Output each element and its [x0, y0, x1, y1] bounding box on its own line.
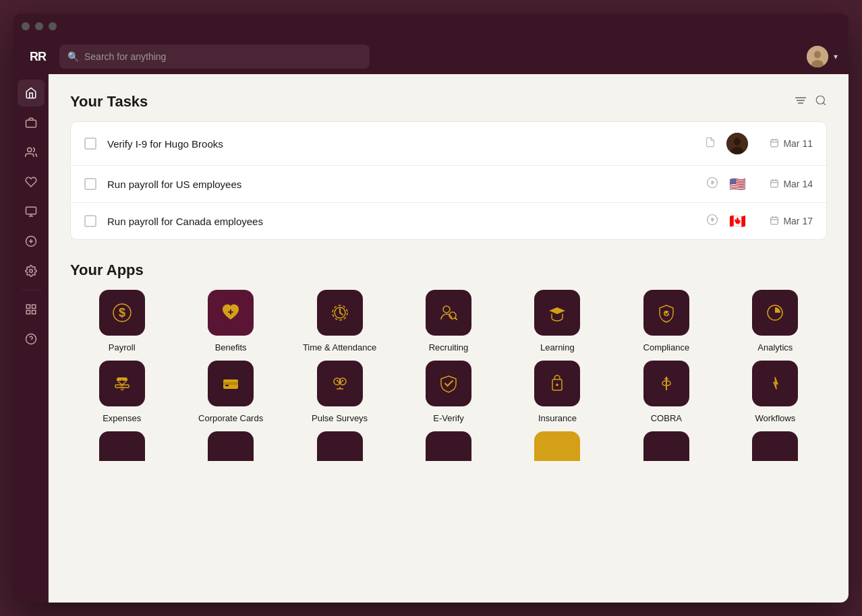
app-partial-3[interactable] [288, 431, 391, 461]
sidebar-item-help[interactable] [18, 326, 45, 352]
sidebar-item-settings[interactable] [18, 257, 45, 284]
sidebar-item-payroll[interactable] [18, 228, 45, 255]
e-verify-label: E-Verify [433, 413, 464, 423]
app-pulse-surveys[interactable]: Pulse Surveys [288, 361, 391, 423]
analytics-icon-wrap [752, 290, 798, 336]
svg-point-60 [336, 380, 337, 381]
compliance-icon-wrap [643, 290, 689, 336]
sidebar-item-jobs[interactable] [18, 109, 45, 136]
sidebar [13, 74, 49, 603]
task-avatar-1 [726, 133, 748, 154]
app-insurance[interactable]: Insurance [506, 361, 609, 423]
app-e-verify[interactable]: E-Verify [397, 361, 500, 423]
task-date-2: Mar 14 [759, 179, 813, 190]
sidebar-item-people[interactable] [18, 139, 45, 166]
task-date-label-3: Mar 17 [783, 216, 813, 226]
app-window: RR 🔍 ▾ [13, 13, 849, 603]
apps-section-header: Your Apps [70, 261, 827, 279]
app-partial-1[interactable] [70, 431, 173, 461]
sidebar-item-widgets[interactable] [18, 296, 45, 323]
cobra-label: COBRA [651, 413, 682, 423]
payroll-icon-wrap: $ [99, 290, 145, 336]
svg-rect-14 [26, 311, 30, 314]
dollar-icon [706, 177, 718, 191]
app-cobra[interactable]: COBRA [614, 361, 718, 423]
benefits-label: Benefits [215, 342, 247, 352]
titlebar [13, 13, 849, 39]
learning-icon-wrap [534, 290, 580, 336]
avatar[interactable] [807, 46, 828, 67]
table-row: Run payroll for Canada employees 🇨🇦 Mar … [71, 203, 826, 239]
partial-icon-5 [534, 431, 580, 461]
time-label: Time & Attendance [303, 342, 376, 352]
canada-flag: 🇨🇦 [729, 214, 748, 228]
app-partial-2[interactable] [179, 431, 282, 461]
app-partial-7[interactable] [724, 431, 827, 461]
sidebar-divider [22, 290, 40, 290]
app-expenses[interactable]: $ Expenses [70, 361, 173, 423]
app-partial-5[interactable] [506, 431, 609, 461]
expenses-icon-wrap: $ [99, 361, 145, 406]
svg-point-63 [340, 381, 341, 383]
app-time-attendance[interactable]: Time & Attendance [288, 290, 391, 352]
app-analytics[interactable]: Analytics [724, 290, 827, 352]
app-corporate-cards[interactable]: Corporate Cards [179, 361, 282, 423]
analytics-label: Analytics [757, 342, 793, 352]
svg-rect-5 [26, 207, 36, 214]
workflows-icon-wrap [752, 361, 798, 406]
svg-rect-56 [223, 382, 238, 385]
task-checkbox-1[interactable] [84, 137, 96, 150]
app-workflows[interactable]: Workflows [724, 361, 827, 423]
partial-icon-1 [99, 431, 145, 461]
svg-point-11 [29, 270, 32, 273]
svg-point-48 [443, 306, 450, 313]
topbar-right: ▾ [807, 46, 838, 67]
insurance-icon-wrap [534, 361, 580, 406]
tasks-section-header: Your Tasks [70, 93, 827, 111]
task-checkbox-3[interactable] [84, 215, 96, 227]
sidebar-item-benefits[interactable] [18, 168, 45, 195]
app-partial-6[interactable] [614, 431, 718, 461]
max-dot [49, 22, 57, 30]
svg-point-62 [341, 380, 343, 381]
task-label-2: Run payroll for US employees [107, 179, 695, 190]
partial-icon-3 [317, 431, 363, 461]
avatar-dropdown-icon[interactable]: ▾ [834, 52, 838, 61]
partial-icon-2 [208, 431, 254, 461]
pulse-surveys-label: Pulse Surveys [312, 413, 368, 423]
search-icon: 🔍 [67, 51, 79, 62]
topbar: RR 🔍 ▾ [13, 39, 849, 74]
apps-title: Your Apps [70, 261, 144, 279]
app-compliance[interactable]: Compliance [614, 290, 718, 352]
sidebar-item-monitor[interactable] [18, 198, 45, 225]
app-benefits[interactable]: Benefits [179, 290, 282, 352]
app-payroll[interactable]: $ Payroll [70, 290, 173, 352]
tasks-title: Your Tasks [70, 93, 148, 111]
search-input[interactable] [84, 51, 362, 62]
search-container: 🔍 [59, 44, 370, 69]
calendar-icon-2 [770, 179, 779, 190]
task-checkbox-2[interactable] [84, 178, 96, 190]
task-date-1: Mar 11 [759, 138, 813, 150]
sidebar-item-home[interactable] [18, 80, 45, 106]
svg-line-47 [340, 313, 343, 315]
app-learning[interactable]: Learning [506, 290, 609, 352]
tasks-table: Verify I-9 for Hugo Brooks Mar 11 [70, 121, 827, 240]
search-tasks-icon[interactable] [815, 94, 827, 110]
svg-rect-3 [26, 120, 36, 127]
insurance-label: Insurance [538, 413, 577, 423]
task-date-label-1: Mar 11 [783, 138, 813, 149]
benefits-icon-wrap [208, 290, 254, 336]
apps-grid-partial [70, 431, 827, 461]
partial-icon-7 [752, 431, 798, 461]
pulse-surveys-icon-wrap [317, 361, 363, 406]
tasks-actions [795, 94, 827, 110]
app-recruiting[interactable]: Recruiting [397, 290, 500, 352]
filter-icon[interactable] [795, 96, 807, 108]
svg-rect-12 [26, 305, 30, 308]
corporate-cards-icon-wrap [208, 361, 254, 406]
us-flag: 🇺🇸 [729, 177, 748, 191]
svg-rect-15 [32, 311, 35, 314]
app-partial-4[interactable] [397, 431, 500, 461]
calendar-icon-3 [770, 216, 779, 227]
